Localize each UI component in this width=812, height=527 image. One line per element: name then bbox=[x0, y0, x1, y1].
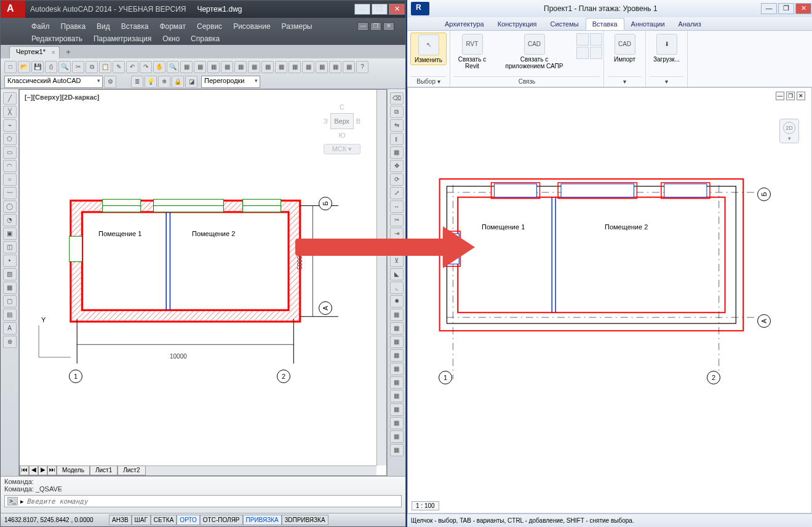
tool-icon[interactable]: ▦ bbox=[194, 61, 206, 73]
tab-prev-icon[interactable]: ◀ bbox=[29, 466, 38, 475]
menu-window[interactable]: Окно bbox=[162, 34, 180, 43]
extend-icon[interactable]: ⇥ bbox=[390, 228, 404, 240]
insert-icon[interactable]: ▣ bbox=[3, 228, 17, 240]
tool-icon[interactable]: ▦ bbox=[207, 61, 220, 73]
rotate-icon[interactable]: ⟳ bbox=[390, 173, 404, 186]
mtext-icon[interactable]: A bbox=[3, 322, 17, 335]
undo-icon[interactable]: ↶ bbox=[126, 61, 138, 73]
match-icon[interactable]: ✎ bbox=[113, 61, 125, 73]
minimize-button[interactable]: — bbox=[354, 4, 370, 15]
menu-dim[interactable]: Размеры bbox=[282, 22, 312, 31]
pan-icon[interactable]: ✋ bbox=[153, 61, 165, 73]
copy-icon[interactable]: ⧉ bbox=[86, 61, 98, 73]
point-icon[interactable]: • bbox=[3, 255, 17, 267]
earc-icon[interactable]: ◔ bbox=[3, 214, 17, 226]
nav-wheel[interactable]: 2D▾ bbox=[779, 119, 799, 143]
status-osnap[interactable]: ПРИВЯЗКА bbox=[243, 515, 282, 525]
layer-dropdown[interactable]: Перегородки bbox=[201, 76, 260, 88]
tab-architecture[interactable]: Архитектура bbox=[438, 18, 491, 30]
tool-icon[interactable]: ▦ bbox=[390, 376, 404, 389]
close-icon[interactable]: × bbox=[52, 49, 55, 56]
tool-icon[interactable]: ▦ bbox=[221, 61, 233, 73]
layout2-tab[interactable]: Лист2 bbox=[117, 466, 145, 475]
status-ortho[interactable]: ОРТО bbox=[177, 515, 199, 525]
zoom-icon[interactable]: 🔍 bbox=[167, 61, 179, 73]
menu-draw[interactable]: Рисование bbox=[233, 22, 270, 31]
doc-close-button[interactable]: ✕ bbox=[383, 22, 394, 31]
dwf-link-icon[interactable] bbox=[576, 33, 589, 46]
block-icon[interactable]: ◫ bbox=[3, 241, 17, 253]
rvt-canvas[interactable]: — ❐ ✕ 2D▾ bbox=[407, 87, 812, 513]
tool-icon[interactable]: ▦ bbox=[390, 390, 404, 402]
line-icon[interactable]: ╱ bbox=[3, 92, 17, 105]
cut-icon[interactable]: ✂ bbox=[72, 61, 84, 73]
tab-last-icon[interactable]: ⏭ bbox=[47, 466, 57, 475]
status-polar[interactable]: ОТС-ПОЛЯР bbox=[200, 515, 243, 525]
link-cad-button[interactable]: CAD Связать с приложением САПР bbox=[497, 33, 572, 71]
panel-caption[interactable]: ▾ bbox=[608, 76, 642, 85]
xline-icon[interactable]: ╳ bbox=[3, 106, 17, 118]
move-icon[interactable]: ✥ bbox=[390, 160, 404, 172]
load-family-button[interactable]: ⬇ Загрузк... bbox=[650, 33, 683, 64]
doc-restore-button[interactable]: ❐ bbox=[370, 22, 381, 31]
tool-icon[interactable]: ▦ bbox=[289, 61, 301, 73]
tool-icon[interactable]: ▦ bbox=[390, 403, 404, 416]
ws-gear-icon[interactable]: ⚙ bbox=[104, 76, 116, 88]
fillet-icon[interactable]: ◟ bbox=[390, 282, 404, 294]
tab-systems[interactable]: Системы bbox=[544, 18, 586, 30]
command-input[interactable] bbox=[26, 497, 399, 505]
spline-icon[interactable]: 〰 bbox=[3, 187, 17, 199]
menu-tools[interactable]: Сервис bbox=[197, 22, 222, 31]
tool-icon[interactable]: ▦ bbox=[261, 61, 274, 73]
tool-icon[interactable]: ▦ bbox=[390, 349, 404, 362]
model-tab[interactable]: Модель bbox=[57, 466, 90, 475]
scale-icon[interactable]: ⤢ bbox=[390, 187, 404, 199]
stretch-icon[interactable]: ↔ bbox=[390, 200, 404, 213]
ellipse-icon[interactable]: ◯ bbox=[3, 200, 17, 213]
tool-icon[interactable]: ▦ bbox=[390, 430, 404, 443]
paste-icon[interactable]: 📋 bbox=[99, 61, 111, 73]
gradient-icon[interactable]: ▦ bbox=[3, 282, 17, 294]
region-icon[interactable]: ▢ bbox=[3, 295, 17, 307]
preview-icon[interactable]: 🔍 bbox=[58, 61, 71, 73]
menu-file[interactable]: Файл bbox=[31, 22, 50, 31]
view-close-icon[interactable]: ✕ bbox=[797, 92, 805, 100]
tool-icon[interactable]: ▦ bbox=[390, 322, 404, 335]
point-cloud-icon[interactable] bbox=[576, 47, 589, 59]
explode-icon[interactable]: ✸ bbox=[390, 295, 404, 307]
mirror-icon[interactable]: ⇋ bbox=[390, 119, 404, 132]
close-button[interactable]: ✕ bbox=[795, 3, 811, 14]
link-revit-button[interactable]: RVT Связать с Revit bbox=[452, 33, 493, 71]
maximize-button[interactable]: ❐ bbox=[372, 4, 388, 15]
trim-icon[interactable]: ✂ bbox=[390, 214, 404, 226]
decal-icon[interactable] bbox=[590, 33, 602, 46]
panel-caption[interactable]: ▾ bbox=[650, 76, 683, 85]
join-icon[interactable]: ⊻ bbox=[390, 255, 404, 267]
chamfer-icon[interactable]: ◣ bbox=[390, 268, 404, 280]
plot-icon[interactable]: ⎙ bbox=[45, 61, 57, 73]
menu-format[interactable]: Формат bbox=[159, 22, 186, 31]
tool-icon[interactable]: ▦ bbox=[302, 61, 314, 73]
vscrollbar[interactable] bbox=[376, 90, 386, 466]
tool-icon[interactable]: ▦ bbox=[390, 309, 404, 321]
tool-icon[interactable]: ▦ bbox=[275, 61, 287, 73]
tab-first-icon[interactable]: ⏮ bbox=[20, 466, 29, 475]
status-grid[interactable]: СЕТКА bbox=[151, 515, 177, 525]
manage-links-icon[interactable] bbox=[590, 47, 602, 59]
status-infer[interactable]: АНЗВ bbox=[109, 515, 132, 525]
erase-icon[interactable]: ⌫ bbox=[390, 92, 404, 105]
layer-icon[interactable]: ≣ bbox=[131, 76, 143, 88]
tab-next-icon[interactable]: ▶ bbox=[38, 466, 47, 475]
new-icon[interactable]: □ bbox=[4, 61, 17, 73]
menu-modify[interactable]: Редактировать bbox=[31, 34, 82, 43]
tab-analyze[interactable]: Анализ bbox=[672, 18, 708, 30]
tab-structure[interactable]: Конструкция bbox=[491, 18, 544, 30]
redo-icon[interactable]: ↷ bbox=[140, 61, 152, 73]
tab-insert[interactable]: Вставка bbox=[586, 18, 624, 30]
status-3dosnap[interactable]: 3DПРИВЯЗКА bbox=[282, 515, 328, 525]
menu-help[interactable]: Справка bbox=[191, 34, 220, 43]
rvt-app-logo[interactable] bbox=[411, 2, 429, 15]
panel-caption[interactable]: Связь bbox=[454, 76, 600, 85]
menu-edit[interactable]: Правка bbox=[61, 22, 86, 31]
rect-icon[interactable]: ▭ bbox=[3, 146, 17, 159]
